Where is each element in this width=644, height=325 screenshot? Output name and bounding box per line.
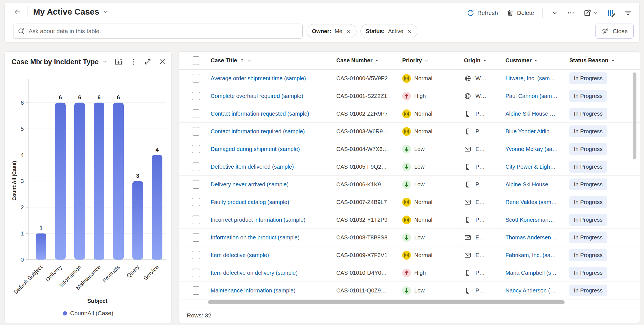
chart-more-options-button[interactable] — [130, 58, 137, 66]
chart-header: Case Mix by Incident Type — [12, 52, 166, 72]
case-title-link[interactable]: Contact information requested (sample) — [211, 111, 309, 117]
row-checkbox[interactable] — [192, 145, 200, 153]
status-cell: In Progress — [564, 264, 640, 281]
customer-link[interactable]: Fabrikam, Inc. (sa… — [505, 252, 556, 258]
close-chart-icon-button[interactable] — [158, 58, 166, 66]
row-checkbox[interactable] — [192, 286, 200, 295]
column-header-origin[interactable]: Origin — [459, 57, 500, 64]
case-number-cell: CAS-01008-T8B8S8 — [331, 229, 397, 246]
case-title-link[interactable]: Defective item delivered (sample) — [211, 164, 294, 170]
select-all-checkbox[interactable] — [192, 56, 200, 65]
customer-link[interactable]: City Power & Ligh… — [505, 164, 556, 170]
column-header-case-number[interactable]: Case Number — [331, 57, 397, 64]
search-input[interactable] — [29, 28, 298, 35]
row-checkbox[interactable] — [192, 251, 200, 259]
chart-selector[interactable]: Case Mix by Incident Type — [12, 58, 108, 66]
view-selector[interactable]: My Active Cases — [33, 7, 109, 17]
svg-text:4: 4 — [155, 147, 159, 153]
row-checkbox[interactable] — [192, 109, 200, 118]
column-header-status-reason[interactable]: Status Reason — [564, 57, 640, 64]
close-search-button[interactable]: Close — [595, 24, 634, 39]
case-title-link[interactable]: Maintenance information (sample) — [211, 287, 295, 294]
column-header-case-title[interactable]: Case Title — [206, 57, 331, 64]
top-command-bar: My Active Cases Refresh Delete — [4, 2, 640, 43]
origin-icon — [464, 198, 472, 206]
customer-cell: Nancy Anderson (… — [500, 282, 564, 299]
remove-filter-icon[interactable] — [346, 29, 351, 34]
customer-link[interactable]: Paul Cannon (sam… — [505, 93, 558, 99]
case-title-link[interactable]: Delivery never arrived (sample) — [211, 181, 289, 188]
edit-columns-icon-button[interactable] — [607, 8, 616, 17]
grid-footer: Rows: 32 — [179, 308, 640, 323]
filter-chip-status[interactable]: Status: Active — [360, 24, 417, 38]
divider — [27, 6, 27, 17]
customer-link[interactable]: Rene Valdes (sam… — [505, 199, 557, 205]
origin-cell: P… — [459, 282, 500, 299]
table-row: Item defective on delivery (sample) CAS-… — [179, 264, 640, 282]
row-checkbox[interactable] — [192, 92, 200, 100]
case-title-link[interactable]: Average order shipment time (sample) — [211, 75, 306, 82]
case-title-link[interactable]: Item defective on delivery (sample) — [211, 270, 298, 276]
more-commands-chevron-button[interactable] — [551, 9, 558, 17]
case-title-link[interactable]: Contact information required (sample) — [211, 128, 305, 135]
case-title-link[interactable]: Faulty product catalog (sample) — [211, 199, 289, 205]
row-checkbox[interactable] — [192, 269, 200, 277]
customer-link[interactable]: Thomas Andersen… — [505, 234, 556, 241]
row-checkbox[interactable] — [192, 198, 200, 206]
row-checkbox[interactable] — [192, 216, 200, 224]
case-title-link[interactable]: Item defective (sample) — [211, 252, 269, 258]
customer-link[interactable]: Alpine Ski House … — [505, 181, 555, 188]
vertical-scrollbar-thumb[interactable] — [633, 72, 636, 159]
overflow-menu-button[interactable] — [567, 9, 575, 17]
origin-label: P… — [475, 270, 485, 276]
customer-link[interactable]: Nancy Anderson (… — [505, 287, 556, 294]
priority-cell: Normal — [397, 211, 459, 228]
priority-icon — [402, 92, 411, 100]
row-checkbox[interactable] — [192, 127, 200, 136]
delete-label: Delete — [517, 10, 534, 16]
column-header-customer[interactable]: Customer — [500, 57, 564, 64]
refresh-icon — [467, 9, 475, 17]
status-cell: In Progress — [564, 211, 640, 228]
customer-link[interactable]: Maria Campbell (s… — [505, 270, 556, 276]
priority-icon — [402, 286, 411, 295]
case-number-cell: CAS-01005-F9Q2… — [331, 158, 397, 175]
filter-chip-label: Owner: — [312, 28, 331, 35]
status-badge: In Progress — [569, 108, 607, 120]
origin-icon — [464, 163, 472, 171]
refresh-button[interactable]: Refresh — [467, 9, 498, 17]
column-header-priority[interactable]: Priority — [397, 57, 459, 64]
case-title-link[interactable]: Information on the product (sample) — [211, 234, 300, 241]
filter-chip-owner[interactable]: Owner: Me — [307, 24, 357, 38]
origin-cell: P… — [459, 211, 500, 228]
customer-link[interactable]: Alpine Ski House … — [505, 111, 555, 117]
customer-cell: Yvonne McKay (sa… — [500, 140, 564, 158]
customer-link[interactable]: Litware, Inc. (sam… — [505, 75, 555, 82]
case-title-link[interactable]: Incorrect product information (sample) — [211, 217, 305, 223]
customer-link[interactable]: Scott Konersman… — [505, 217, 554, 223]
remove-filter-icon[interactable] — [407, 29, 412, 34]
chevron-down-icon — [424, 58, 429, 63]
case-title-link[interactable]: Complete overhaul required (sample) — [211, 93, 303, 99]
customer-link[interactable]: Yvonne McKay (sa… — [505, 146, 558, 152]
row-checkbox[interactable] — [192, 180, 200, 189]
row-checkbox[interactable] — [192, 74, 200, 83]
row-checkbox[interactable] — [192, 162, 200, 171]
svg-text:Service: Service — [142, 264, 160, 281]
ai-chart-icon-button[interactable] — [114, 58, 123, 66]
origin-cell: E… — [459, 246, 500, 264]
row-checkbox[interactable] — [192, 233, 200, 242]
share-button[interactable] — [583, 9, 598, 17]
horizontal-scrollbar-thumb[interactable] — [208, 300, 565, 304]
svg-text:6: 6 — [117, 94, 120, 100]
delete-button[interactable]: Delete — [506, 9, 534, 17]
case-title-link[interactable]: Damaged during shipment (sample) — [211, 146, 300, 152]
case-number-cell: CAS-01010-D4Y0… — [331, 264, 397, 281]
refresh-label: Refresh — [477, 10, 498, 16]
ai-search-box[interactable] — [13, 24, 303, 39]
back-button[interactable] — [13, 8, 22, 16]
customer-link[interactable]: Blue Yonder Airlin… — [505, 128, 555, 135]
status-cell: In Progress — [564, 105, 640, 122]
expand-chart-icon-button[interactable] — [144, 58, 152, 66]
filter-icon-button[interactable] — [624, 9, 633, 17]
